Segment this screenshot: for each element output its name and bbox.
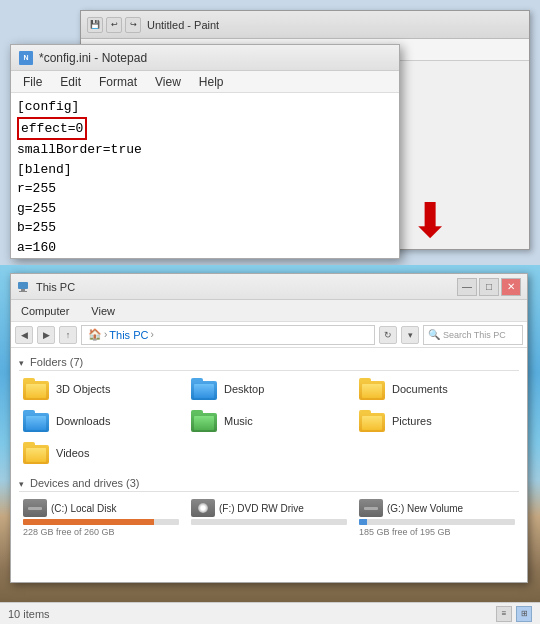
- paint-undo-icon[interactable]: ↩: [106, 17, 122, 33]
- svg-rect-0: [18, 282, 28, 289]
- status-text: 10 items: [8, 608, 50, 620]
- search-placeholder: Search This PC: [443, 330, 506, 340]
- address-location: This PC: [109, 329, 148, 341]
- notepad-menu: File Edit Format View Help: [11, 71, 399, 93]
- folder-label-desktop: Desktop: [224, 383, 264, 395]
- tab-view[interactable]: View: [85, 305, 121, 317]
- drive-g[interactable]: (G:) New Volume 185 GB free of 195 GB: [355, 496, 519, 540]
- drive-g-size: 185 GB free of 195 GB: [359, 527, 515, 537]
- folder-icon-desktop: [191, 378, 219, 400]
- svg-rect-2: [19, 291, 27, 292]
- drive-g-progress-bar: [359, 519, 515, 525]
- line-b: b=255: [17, 218, 393, 238]
- drive-g-header: (G:) New Volume: [359, 499, 515, 517]
- notepad-content[interactable]: [config] effect=0 smallBorder=true [blen…: [11, 93, 399, 261]
- folder-downloads[interactable]: Downloads: [19, 407, 183, 435]
- tab-computer[interactable]: Computer: [15, 305, 75, 317]
- folders-header: ▾ Folders (7): [19, 354, 519, 371]
- drive-g-name: (G:) New Volume: [387, 503, 463, 514]
- folder-documents[interactable]: Documents: [355, 375, 519, 403]
- drive-c-progress-bar: [23, 519, 179, 525]
- folder-3dobjects[interactable]: 3D Objects: [19, 375, 183, 403]
- svg-rect-1: [21, 289, 25, 291]
- paint-save-icon[interactable]: 💾: [87, 17, 103, 33]
- explorer-main: ▾ Folders (7) 3D Objects: [11, 348, 527, 582]
- notepad-title: *config.ini - Notepad: [39, 51, 391, 65]
- details-view-button[interactable]: ≡: [496, 606, 512, 622]
- folder-label-music: Music: [224, 415, 253, 427]
- line-a: a=160: [17, 238, 393, 258]
- drive-c-header: (C:) Local Disk: [23, 499, 179, 517]
- forward-button[interactable]: ▶: [37, 326, 55, 344]
- tiles-view-button[interactable]: ⊞: [516, 606, 532, 622]
- folders-header-text: Folders (7): [30, 356, 83, 368]
- paint-redo-icon[interactable]: ↪: [125, 17, 141, 33]
- paint-title: Untitled - Paint: [147, 19, 219, 31]
- notepad-menu-view[interactable]: View: [147, 73, 189, 91]
- folder-label-documents: Documents: [392, 383, 448, 395]
- drives-grid: (C:) Local Disk 228 GB free of 260 GB (F…: [19, 496, 519, 540]
- notepad-titlebar: N *config.ini - Notepad: [11, 45, 399, 71]
- drive-c[interactable]: (C:) Local Disk 228 GB free of 260 GB: [19, 496, 183, 540]
- explorer-tabs: Computer View: [11, 300, 527, 322]
- explorer-statusbar: 10 items ≡ ⊞: [0, 602, 540, 624]
- drive-c-icon: [23, 499, 47, 517]
- folder-icon-pictures: [359, 410, 387, 432]
- drive-g-icon: [359, 499, 383, 517]
- folder-icon-documents: [359, 378, 387, 400]
- address-home-icon: 🏠: [88, 328, 102, 341]
- statusbar-view-controls: ≡ ⊞: [496, 606, 532, 622]
- search-box[interactable]: 🔍 Search This PC: [423, 325, 523, 345]
- explorer-window-controls: — □ ✕: [457, 278, 521, 296]
- dropdown-button[interactable]: ▾: [401, 326, 419, 344]
- search-icon: 🔍: [428, 329, 440, 340]
- folder-icon-videos: [23, 442, 51, 464]
- notepad-menu-help[interactable]: Help: [191, 73, 232, 91]
- folder-icon-music: [191, 410, 219, 432]
- paint-titlebar: 💾 ↩ ↪ Untitled - Paint: [81, 11, 529, 39]
- drive-c-size: 228 GB free of 260 GB: [23, 527, 179, 537]
- drive-c-name: (C:) Local Disk: [51, 503, 117, 514]
- notepad-menu-format[interactable]: Format: [91, 73, 145, 91]
- red-arrow: ⬇: [410, 197, 450, 245]
- folders-grid: 3D Objects Desktop: [19, 375, 519, 467]
- drive-f-progress-bar: [191, 519, 347, 525]
- drive-f-header: (F:) DVD RW Drive: [191, 499, 347, 517]
- up-button[interactable]: ↑: [59, 326, 77, 344]
- highlighted-effect: effect=0: [17, 117, 87, 141]
- address-separator2: ›: [150, 329, 153, 340]
- address-bar[interactable]: 🏠 › This PC ›: [81, 325, 375, 345]
- refresh-button[interactable]: ↻: [379, 326, 397, 344]
- minimize-button[interactable]: —: [457, 278, 477, 296]
- explorer-addressbar: ◀ ▶ ↑ 🏠 › This PC › ↻ ▾ 🔍 Search This PC: [11, 322, 527, 348]
- line-effect: effect=0: [17, 117, 393, 141]
- line-g: g=255: [17, 199, 393, 219]
- top-section: 💾 ↩ ↪ Untitled - Paint N *config.ini - N…: [0, 0, 540, 265]
- address-separator: ›: [104, 329, 107, 340]
- explorer-titlebar: This PC — □ ✕: [11, 274, 527, 300]
- line-r: r=255: [17, 179, 393, 199]
- folder-music[interactable]: Music: [187, 407, 351, 435]
- explorer-title: This PC: [36, 281, 457, 293]
- folder-icon-downloads: [23, 410, 51, 432]
- close-button[interactable]: ✕: [501, 278, 521, 296]
- folder-label-3dobjects: 3D Objects: [56, 383, 110, 395]
- folder-videos[interactable]: Videos: [19, 439, 183, 467]
- folder-label-downloads: Downloads: [56, 415, 110, 427]
- drives-collapse-icon: ▾: [19, 479, 24, 489]
- line-blend: [blend]: [17, 160, 393, 180]
- drives-header: ▾ Devices and drives (3): [19, 475, 519, 492]
- back-button[interactable]: ◀: [15, 326, 33, 344]
- notepad-menu-file[interactable]: File: [15, 73, 50, 91]
- folder-icon-3dobjects: [23, 378, 51, 400]
- notepad-menu-edit[interactable]: Edit: [52, 73, 89, 91]
- folder-pictures[interactable]: Pictures: [355, 407, 519, 435]
- notepad-icon: N: [19, 51, 33, 65]
- drive-g-progress-fill: [359, 519, 367, 525]
- maximize-button[interactable]: □: [479, 278, 499, 296]
- folder-desktop[interactable]: Desktop: [187, 375, 351, 403]
- notepad-window: N *config.ini - Notepad File Edit Format…: [10, 44, 400, 259]
- line-smallborder: smallBorder=true: [17, 140, 393, 160]
- drive-f[interactable]: (F:) DVD RW Drive: [187, 496, 351, 540]
- explorer-pc-icon: [17, 280, 31, 294]
